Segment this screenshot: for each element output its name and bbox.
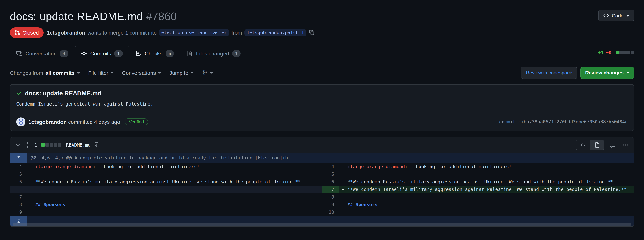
- line-number[interactable]: 4: [10, 163, 27, 171]
- tab-label: Checks: [145, 51, 162, 57]
- code-line: ## Sponsors: [339, 201, 634, 208]
- comment-icon: [610, 142, 616, 148]
- source-diff-button[interactable]: [576, 140, 590, 150]
- code-segment: **: [348, 187, 353, 192]
- tab-commits[interactable]: Commits 1: [75, 46, 129, 61]
- review-in-codespace-button[interactable]: Review in codespace: [521, 67, 577, 79]
- copy-icon[interactable]: [94, 142, 100, 148]
- code-button[interactable]: Code: [598, 10, 634, 21]
- status-badge-label: Closed: [22, 30, 39, 36]
- code-line: :large_orange_diamond: - Looking for add…: [27, 163, 322, 171]
- diffstat-block: [631, 51, 634, 54]
- head-branch-label[interactable]: 1etsgobrandon:patch-1: [244, 29, 306, 36]
- diff-line-row: 10: [322, 208, 634, 216]
- hunk-header-text: @@ -4,6 +4,7 @@ A complete solution to p…: [27, 153, 294, 163]
- diff-marker: +: [342, 186, 344, 193]
- file-name[interactable]: README.md: [66, 142, 90, 148]
- conversations-dropdown[interactable]: Conversations: [122, 70, 161, 76]
- base-branch-label[interactable]: electron-userland:master: [159, 29, 229, 36]
- pr-author[interactable]: 1etsgobrandon: [47, 30, 85, 36]
- changed-files-count: 1: [34, 142, 37, 148]
- tab-label: Conversation: [26, 51, 57, 57]
- line-number[interactable]: 9: [322, 201, 339, 208]
- jump-to-label: Jump to: [170, 70, 188, 76]
- diff-line-row: 4:large_orange_diamond: - Looking for ad…: [10, 163, 322, 171]
- code-segment: **: [348, 179, 353, 185]
- file-options-kebab-button[interactable]: [621, 141, 630, 150]
- committer-name[interactable]: 1etsgobrandon: [28, 119, 67, 125]
- pull-request-page: docs: update README.md #7860 Code Closed…: [0, 0, 644, 240]
- commit-sha-prefix: commit: [499, 119, 516, 125]
- tab-label: Files changed: [196, 51, 229, 57]
- changes-from-dropdown[interactable]: Changes from all commits: [10, 70, 80, 76]
- comment-on-file-button[interactable]: [608, 141, 617, 150]
- review-in-codespace-label: Review in codespace: [526, 70, 572, 76]
- tab-checks[interactable]: Checks 5: [129, 46, 180, 61]
- code-segment: :large_orange_diamond: [348, 164, 405, 169]
- commit-message-body: Condemn Israeli's genocidal war against …: [16, 101, 628, 107]
- chevron-down-icon: [626, 15, 629, 17]
- line-number[interactable]: 6: [322, 178, 339, 186]
- code-line: :large_orange_diamond: - Looking for add…: [339, 163, 634, 171]
- diff-line-row: 6**We condemn Russia’s military aggressi…: [322, 178, 634, 186]
- diff-settings-dropdown[interactable]: ⚙: [202, 70, 213, 76]
- pr-number: #7860: [146, 10, 177, 22]
- checklist-icon: [136, 51, 142, 57]
- diffstat-block: [58, 143, 61, 147]
- tab-counter: 4: [60, 50, 68, 57]
- horizontal-scrollbar[interactable]: [12, 223, 632, 225]
- jump-to-dropdown[interactable]: Jump to: [170, 70, 194, 76]
- diff-line-row: 9## Sponsors: [322, 201, 634, 208]
- merge-text-from: from: [232, 30, 242, 36]
- file-filter-dropdown[interactable]: File filter: [88, 70, 114, 76]
- diff-line-row: [10, 186, 322, 193]
- code-segment: ## Sponsors: [35, 202, 65, 207]
- line-number[interactable]: 9: [10, 208, 27, 216]
- tab-label: Commits: [90, 51, 111, 57]
- commit-sha: commit c7ba738aa0671f270bdd3dbe67050a387…: [499, 119, 628, 125]
- tab-conversation[interactable]: Conversation 4: [10, 46, 75, 61]
- diff-line-row: 8: [322, 193, 634, 201]
- line-number[interactable]: 7: [322, 186, 339, 193]
- rich-diff-button[interactable]: [590, 140, 604, 150]
- code-line: [27, 193, 322, 201]
- diffstat-block: [54, 143, 57, 147]
- line-number[interactable]: 8: [322, 193, 339, 201]
- avatar[interactable]: [16, 117, 26, 127]
- line-number[interactable]: 6: [10, 178, 27, 186]
- code-line: [339, 193, 634, 201]
- line-number[interactable]: 4: [322, 163, 339, 171]
- line-number[interactable]: 8: [10, 201, 27, 208]
- diffstat-summary: +1 −0: [598, 50, 634, 55]
- diff-line-row: 6**We condemn Russia’s military aggressi…: [10, 178, 322, 186]
- comment-discussion-icon: [16, 51, 22, 57]
- chevron-down-icon: [77, 72, 80, 74]
- collapse-file-chevron-icon[interactable]: [15, 142, 21, 148]
- review-changes-button[interactable]: Review changes: [580, 67, 634, 79]
- hunk-header-row: @@ -4,6 +4,7 @@ A complete solution to p…: [10, 153, 634, 163]
- diffstat-block: [627, 51, 630, 54]
- file-icon: [594, 142, 600, 148]
- expand-all-icon[interactable]: [24, 142, 31, 148]
- line-number: [10, 186, 27, 193]
- expand-up-button[interactable]: [10, 153, 27, 163]
- line-number[interactable]: 5: [10, 171, 27, 178]
- code-line: [27, 208, 322, 216]
- code-line: **We condemn Russia’s military aggressio…: [339, 178, 634, 186]
- git-pull-request-icon: [14, 30, 20, 36]
- code-segment: We condemn Israeli’s military aggression…: [353, 187, 621, 192]
- line-number[interactable]: 7: [10, 193, 27, 201]
- code-line: ## Sponsors: [27, 201, 322, 208]
- commit-message-title: docs: update README.md: [25, 90, 102, 97]
- tab-files-changed[interactable]: Files changed 1: [180, 46, 247, 61]
- code-segment: **: [608, 179, 613, 185]
- copy-icon[interactable]: [308, 30, 314, 36]
- line-number[interactable]: 10: [322, 208, 339, 216]
- split-diff: 4:large_orange_diamond: - Looking for ad…: [10, 163, 634, 216]
- commit-card: docs: update README.md Condemn Israeli's…: [10, 84, 634, 131]
- verified-badge[interactable]: Verified: [125, 118, 148, 125]
- commit-sha-value: c7ba738aa0671f270bdd3dbe67050a387b50484c: [518, 119, 628, 125]
- file-diffstat-blocks: [41, 143, 61, 147]
- code-segment: :large_orange_diamond: [35, 164, 92, 169]
- line-number[interactable]: 5: [322, 171, 339, 178]
